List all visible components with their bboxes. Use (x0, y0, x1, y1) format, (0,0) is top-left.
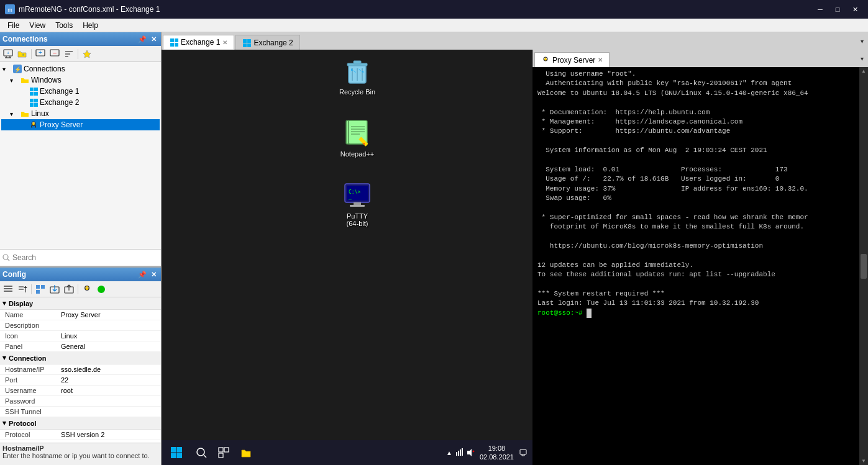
new-connection-button[interactable]: + (1, 48, 15, 60)
svg-rect-64 (354, 61, 361, 64)
config-icon-label: Icon (5, 332, 61, 340)
folder-icon (21, 76, 29, 84)
tree-label-linux: Linux (31, 109, 49, 118)
minimize-button[interactable]: ─ (812, 3, 828, 16)
network-icon (455, 448, 464, 457)
terminal-scrollbar[interactable]: ▲ ▼ (859, 67, 868, 465)
config-tunnel-label: SSH Tunnel (5, 408, 61, 415)
ssh-terminal[interactable]: Using username "root". Authenticating wi… (532, 67, 859, 465)
tree-item-exchange1[interactable]: Exchange 1 (1, 86, 160, 97)
search-input[interactable] (12, 253, 158, 262)
ssh-tab-dropdown[interactable]: ▾ (857, 50, 867, 67)
config-content: ▾ Display Name Proxy Server Description … (0, 297, 161, 443)
taskbar-right: ▲ 19:08 02.08.2021 (446, 444, 528, 462)
close-panel-icon[interactable]: ✕ (148, 34, 158, 44)
taskbar-taskview[interactable] (216, 445, 231, 460)
tab-dropdown-button[interactable]: ▾ (857, 32, 867, 50)
tree-label-proxy: Proxy Server (40, 120, 83, 129)
scroll-down[interactable]: ▼ (861, 458, 866, 464)
config-icon-value: Linux (61, 332, 156, 340)
close-config-icon[interactable]: ✕ (148, 269, 158, 279)
menu-file[interactable]: File (2, 20, 24, 31)
config-name-value: Proxy Server (61, 311, 156, 318)
connection-icon: ⚡ (13, 65, 22, 73)
protocol-section-title: Protocol (9, 420, 37, 427)
star-button[interactable] (80, 48, 94, 60)
desktop-icon-putty[interactable]: C:\> _ PuTTY(64-bit) (332, 180, 382, 227)
sort-button[interactable] (62, 48, 76, 60)
svg-rect-42 (36, 290, 40, 294)
add-button[interactable]: + (34, 48, 47, 60)
new-folder-button[interactable]: + (16, 48, 29, 60)
config-pass-value (61, 397, 156, 405)
svg-point-86 (197, 448, 204, 456)
term-line-17: footprint of MicroK8s to make it the sma… (537, 222, 854, 232)
menu-help[interactable]: Help (78, 20, 103, 31)
config-cat-button[interactable] (34, 283, 47, 296)
svg-text:⚡: ⚡ (14, 66, 22, 73)
term-line-4 (537, 98, 854, 107)
menu-tools[interactable]: Tools (50, 20, 78, 31)
svg-marker-95 (467, 449, 472, 456)
window-controls: ─ □ ✕ (812, 3, 863, 16)
scroll-thumb[interactable] (861, 254, 867, 279)
pin-config-icon[interactable]: 📌 (137, 269, 147, 279)
tree-item-proxy[interactable]: Proxy Server (1, 119, 160, 130)
svg-point-102 (546, 58, 547, 58)
svg-text:+: + (39, 49, 42, 56)
tree-label-windows: Windows (31, 76, 62, 84)
svg-point-100 (544, 57, 547, 60)
menu-view[interactable]: View (24, 20, 50, 31)
svg-rect-24 (30, 103, 34, 107)
tab-exchange2[interactable]: Exchange 2 (235, 35, 299, 50)
time-display: 19:08 (480, 444, 514, 453)
config-sort-button[interactable] (16, 283, 29, 296)
pin-icon[interactable]: 📌 (137, 34, 147, 44)
config-view1-button[interactable] (1, 283, 15, 296)
svg-rect-54 (170, 38, 174, 42)
svg-rect-35 (4, 288, 12, 289)
config-export-button[interactable] (48, 283, 62, 296)
maximize-button[interactable]: □ (829, 3, 846, 16)
svg-rect-90 (219, 453, 223, 458)
display-section-header[interactable]: ▾ Display (0, 297, 161, 310)
start-button[interactable] (167, 443, 186, 463)
svg-text:m: m (7, 7, 12, 13)
tree-label-root: Connections (24, 65, 65, 73)
remove-button[interactable]: – (48, 48, 62, 60)
linux-config-icon[interactable] (80, 283, 94, 296)
tab-proxy[interactable]: Proxy Server ✕ (534, 52, 610, 67)
config-port-label: Port (5, 376, 61, 384)
scroll-up[interactable]: ▲ (861, 68, 866, 74)
desktop-icon-recycle[interactable]: Recycle Bin (332, 56, 382, 96)
term-line-7: * Support: https://ubuntu.com/advantage (537, 127, 854, 136)
svg-rect-94 (462, 448, 463, 456)
taskbar-clock[interactable]: 19:08 02.08.2021 (480, 444, 514, 462)
close-button[interactable]: ✕ (847, 3, 863, 16)
protocol-section-header[interactable]: ▾ Protocol (0, 417, 161, 430)
svg-rect-80 (354, 202, 361, 205)
tab-proxy-close[interactable]: ✕ (598, 56, 603, 63)
connection-section-header[interactable]: ▾ Connection (0, 352, 161, 364)
term-line-8 (537, 137, 854, 146)
tab-exchange1[interactable]: Exchange 1 ✕ (163, 35, 234, 50)
tree-item-root[interactable]: ▾ ⚡ Connections (1, 63, 160, 74)
config-import-button[interactable] (62, 283, 76, 296)
term-line-16: * Super-optimized for small spaces - rea… (537, 213, 854, 222)
tab-exchange1-close[interactable]: ✕ (222, 39, 227, 46)
term-line-19: https://ubuntu.com/blog/microk8s-memory-… (537, 242, 854, 251)
svg-rect-57 (175, 43, 178, 47)
tree-item-exchange2[interactable]: Exchange 2 (1, 97, 160, 108)
term-line-23 (537, 280, 854, 289)
taskbar-search[interactable] (194, 445, 209, 460)
taskbar-explorer[interactable] (239, 445, 254, 460)
desktop-icon-notepad[interactable]: Notepad++ (332, 118, 382, 158)
config-icon-row: Icon Linux (0, 331, 161, 341)
term-line-22: To see these additional updates run: apt… (537, 270, 854, 279)
term-line-20 (537, 251, 854, 260)
volume-icon (466, 448, 475, 457)
svg-rect-36 (4, 291, 12, 292)
tree-item-linux[interactable]: ▾ Linux (1, 108, 160, 119)
tree-item-windows[interactable]: ▾ Windows (1, 74, 160, 86)
term-line-10 (537, 156, 854, 165)
